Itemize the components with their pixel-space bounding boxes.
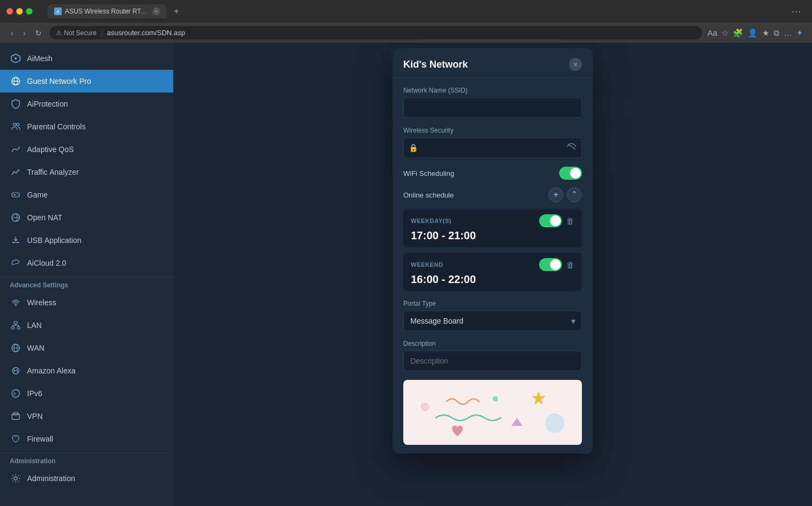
modal-title: Kid's Network [403, 59, 468, 70]
wireless-security-group: Wireless Security 🔒 [403, 127, 582, 158]
sidebar-item-aicloud[interactable]: AiCloud 2.0 [0, 252, 173, 274]
weekend-schedule-controls: 🗑 [539, 258, 574, 271]
back-button[interactable]: ‹ [9, 28, 16, 38]
sidebar: AiMesh Guest Network Pro AiProtection [0, 43, 173, 506]
firewall-icon [10, 433, 22, 445]
refresh-button[interactable]: ↻ [33, 28, 44, 38]
lan-icon [10, 319, 22, 331]
weekend-schedule-card: WEEKEND 🗑 16:00 - 22:00 [403, 253, 582, 291]
svg-point-1 [15, 57, 17, 60]
new-tab-button[interactable]: + [170, 5, 183, 18]
aicloud-icon [10, 257, 22, 269]
modal-header: Kid's Network × [392, 48, 593, 78]
svg-point-41 [493, 396, 498, 402]
wan-icon [10, 342, 22, 354]
sidebar-item-usb-application[interactable]: USB Application [0, 229, 173, 252]
description-input[interactable] [403, 351, 582, 371]
modal-body: Network Name (SSID) Wireless Security 🔒 [392, 78, 593, 454]
network-name-label: Network Name (SSID) [403, 87, 582, 94]
sidebar-item-guest-network-pro[interactable]: Guest Network Pro [0, 70, 173, 93]
password-visibility-toggle[interactable] [567, 143, 577, 153]
sidebar-item-open-nat[interactable]: Open NAT [0, 206, 173, 229]
not-secure-indicator: ⚠ Not Secure [56, 29, 96, 37]
close-window-button[interactable] [6, 8, 13, 15]
svg-point-17 [15, 305, 16, 306]
aicloud-label: AiCloud 2.0 [27, 259, 66, 267]
minimize-window-button[interactable] [16, 8, 23, 15]
main-layout: AiMesh Guest Network Pro AiProtection [0, 43, 812, 506]
sidebar-item-ipv6[interactable]: 6 IPv6 [0, 382, 173, 405]
forward-button[interactable]: › [21, 28, 28, 38]
svg-rect-18 [14, 321, 17, 324]
game-icon [10, 189, 22, 201]
sidebar-item-lan[interactable]: LAN [0, 314, 173, 337]
aiprotection-label: AiProtection [27, 100, 68, 108]
image-preview [403, 380, 582, 445]
tab-title: ASUS Wireless Router RT-BE8... [65, 8, 147, 15]
sidebar-item-amazon-alexa[interactable]: Amazon Alexa [0, 359, 173, 382]
portal-type-group: Portal Type Message Board Customized Non… [403, 300, 582, 331]
sidebar-item-vpn[interactable]: VPN [0, 405, 173, 428]
wireless-security-input[interactable] [403, 137, 582, 158]
tab-close-button[interactable]: × [153, 8, 160, 15]
wifi-scheduling-row: WiFi Scheduling [403, 167, 582, 180]
vpn-label: VPN [27, 412, 43, 420]
wifi-scheduling-toggle[interactable] [559, 167, 582, 180]
sidebar-item-administration[interactable]: Administration [0, 467, 173, 490]
advanced-settings-header: Advanced Settings [0, 277, 173, 291]
bookmark-icon[interactable]: ☆ [722, 28, 729, 38]
sidebar-item-game[interactable]: Game [0, 183, 173, 206]
weekday-schedule-delete-button[interactable]: 🗑 [566, 216, 574, 226]
online-schedule-section: Online schedule + ˄ [403, 187, 582, 202]
online-schedule-label: Online schedule [403, 191, 454, 199]
sidebar-item-aiprotection[interactable]: AiProtection [0, 93, 173, 115]
svg-point-10 [17, 194, 18, 195]
aiprotection-icon [10, 98, 22, 110]
favorites-icon[interactable]: ★ [762, 28, 769, 38]
sidebar-item-adaptive-qos[interactable]: Adaptive QoS [0, 138, 173, 161]
weekday-schedule-controls: 🗑 [539, 214, 574, 227]
open-nat-icon [10, 212, 22, 224]
url-text: asusrouter.com/SDN.asp [107, 29, 186, 37]
address-field[interactable]: ⚠ Not Secure | asusrouter.com/SDN.asp [49, 26, 702, 40]
usb-application-icon [10, 234, 22, 246]
copilot-icon[interactable]: ✦ [796, 28, 803, 38]
browser-toolbar: Aa ☆ 🧩 👤 ★ ⧉ … ✦ [708, 28, 803, 38]
portal-type-select[interactable]: Message Board Customized None [403, 311, 582, 331]
wan-label: WAN [27, 344, 44, 352]
weekend-schedule-delete-button[interactable]: 🗑 [566, 260, 574, 270]
browser-profile-icon[interactable]: 👤 [748, 28, 758, 38]
active-tab[interactable]: A ASUS Wireless Router RT-BE8... × [48, 4, 167, 18]
svg-point-6 [17, 123, 19, 126]
maximize-window-button[interactable] [26, 8, 32, 15]
sidebar-item-parental-controls[interactable]: Parental Controls [0, 115, 173, 138]
sidebar-item-wan[interactable]: WAN [0, 337, 173, 359]
svg-rect-36 [403, 380, 582, 445]
weekday-schedule-toggle[interactable] [539, 214, 562, 227]
administration-header: Administration [0, 452, 173, 467]
svg-rect-19 [11, 327, 14, 329]
svg-rect-20 [17, 327, 20, 329]
add-schedule-button[interactable]: + [548, 187, 564, 202]
extensions-icon[interactable]: 🧩 [733, 28, 743, 38]
weekend-schedule-toggle[interactable] [539, 258, 562, 271]
parental-controls-icon [10, 121, 22, 133]
network-name-input[interactable] [403, 97, 582, 118]
portal-type-label: Portal Type [403, 300, 582, 307]
modal-close-button[interactable]: × [569, 58, 582, 71]
ipv6-label: IPv6 [27, 389, 42, 398]
description-label: Description [403, 340, 582, 347]
more-tools-icon[interactable]: … [784, 28, 792, 37]
sidebar-item-traffic-analyzer[interactable]: Traffic Analyzer [0, 161, 173, 183]
reader-mode-icon[interactable]: Aa [708, 28, 717, 37]
sidebar-item-firewall[interactable]: Firewall [0, 428, 173, 450]
sidebar-item-wireless[interactable]: Wireless [0, 291, 173, 314]
browser-menu-icon[interactable]: ⋯ [791, 5, 801, 17]
collapse-schedule-button[interactable]: ˄ [567, 187, 582, 202]
tab-favicon: A [54, 8, 62, 15]
sidebar-item-aimesh[interactable]: AiMesh [0, 47, 173, 70]
collections-icon[interactable]: ⧉ [774, 28, 780, 38]
weekday-schedule-header: WEEKDAY(S) 🗑 [411, 214, 574, 227]
description-group: Description [403, 340, 582, 371]
svg-point-5 [14, 123, 16, 126]
